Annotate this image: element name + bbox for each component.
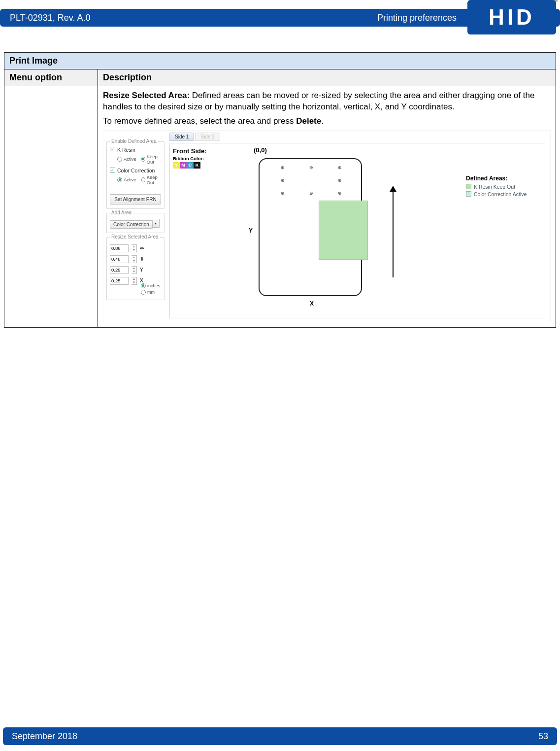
width-icon: ⇔: [140, 245, 147, 251]
handle-icon[interactable]: ⊕: [309, 191, 314, 196]
resize-width-input[interactable]: [110, 244, 129, 252]
screenshot-print-image-panel: Enable Defined Area ✓K Resin Active Keep…: [103, 130, 551, 322]
handle-icon[interactable]: ⊕: [280, 191, 285, 196]
handle-icon[interactable]: ⊕: [337, 165, 342, 170]
tab-side-1[interactable]: Side 1: [169, 133, 194, 141]
radio-cc-active[interactable]: [117, 177, 122, 182]
menu-option-cell: [4, 86, 98, 328]
handle-icon[interactable]: ⊕: [280, 165, 285, 170]
remove-description: To remove defined areas, select the area…: [103, 116, 551, 127]
group-resize-selected-area: Resize Selected Area: [110, 234, 160, 239]
checkbox-color-correction[interactable]: ✓Color Correction: [110, 168, 161, 173]
resize-description: Resize Selected Area: Defined areas can …: [103, 90, 551, 113]
height-icon: ⇕: [140, 256, 147, 262]
footer-page: 53: [538, 731, 548, 742]
handle-icon[interactable]: ⊕: [337, 178, 342, 183]
radio-inches[interactable]: [141, 283, 146, 288]
handle-icon[interactable]: ⊕: [309, 165, 314, 170]
origin-label: (0,0): [254, 146, 267, 154]
x-axis-label: X: [310, 300, 314, 307]
dropdown-arrow-icon[interactable]: ▾: [153, 219, 160, 228]
resize-y-input[interactable]: [110, 266, 129, 274]
legend-color-correction-active: Color Correction Active: [466, 191, 540, 197]
legend-kresin-keepout: K Resin Keep Out: [466, 184, 540, 190]
x-icon: X: [140, 278, 147, 283]
resize-x-input[interactable]: [110, 277, 129, 285]
add-area-dropdown[interactable]: Color Correction: [110, 220, 153, 229]
y-icon: Y: [140, 267, 147, 273]
radio-kresin-keepout[interactable]: [141, 157, 145, 162]
radio-cc-keepout[interactable]: [141, 177, 145, 182]
col-description: Description: [98, 69, 556, 86]
table-title: Print Image: [4, 53, 556, 69]
checkbox-k-resin[interactable]: ✓K Resin: [110, 147, 161, 153]
defined-area-box[interactable]: [319, 201, 368, 260]
arrow-line: [393, 189, 394, 277]
doc-id: PLT-02931, Rev. A.0: [10, 13, 90, 23]
tab-side-2[interactable]: Side 2: [195, 133, 220, 141]
group-enable-defined-area: Enable Defined Area: [110, 138, 158, 144]
set-alignment-prn-button[interactable]: Set Alignment PRN: [110, 194, 161, 205]
radio-mm[interactable]: [141, 290, 146, 295]
handle-icon[interactable]: ⊕: [337, 191, 342, 196]
footer-date: September 2018: [12, 731, 77, 742]
handle-icon[interactable]: ⊕: [280, 178, 285, 183]
card-preview[interactable]: ⊕ ⊕ ⊕ ⊕ ⊕ ⊕ ⊕ ⊕: [259, 158, 362, 296]
hid-logo: HID ®: [467, 0, 556, 34]
y-axis-label: Y: [249, 227, 253, 234]
resize-height-input[interactable]: [110, 255, 129, 263]
group-add-area: Add Area: [110, 210, 133, 215]
front-side-label: Front Side:: [173, 147, 542, 155]
defined-areas-title: Defined Areas:: [466, 175, 540, 182]
col-menu-option: Menu option: [4, 69, 98, 86]
radio-kresin-active[interactable]: [117, 157, 122, 162]
section-title: Printing preferences: [377, 13, 457, 23]
registered-mark: ®: [554, 0, 558, 3]
